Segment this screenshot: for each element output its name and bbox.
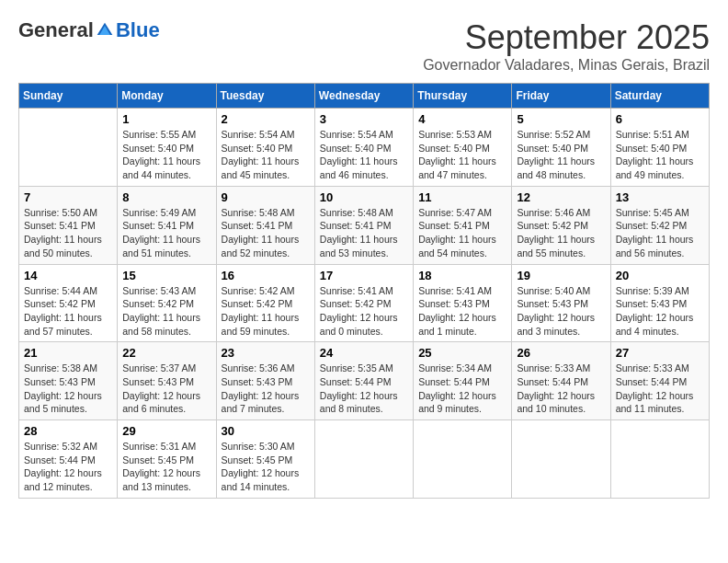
calendar-cell: 12Sunrise: 5:46 AMSunset: 5:42 PMDayligh… (512, 186, 610, 264)
calendar-week-row: 7Sunrise: 5:50 AMSunset: 5:41 PMDaylight… (19, 186, 710, 264)
weekday-header: Saturday (610, 84, 709, 109)
day-number: 23 (222, 346, 310, 360)
calendar-week-row: 28Sunrise: 5:32 AMSunset: 5:44 PMDayligh… (19, 420, 710, 499)
calendar-cell: 20Sunrise: 5:39 AMSunset: 5:43 PMDayligh… (610, 264, 709, 342)
calendar-cell (610, 420, 709, 499)
day-info: Sunrise: 5:30 AMSunset: 5:45 PMDaylight:… (222, 440, 310, 494)
month-title: September 2025 (423, 18, 710, 57)
calendar-cell: 9Sunrise: 5:48 AMSunset: 5:41 PMDaylight… (216, 186, 314, 264)
weekday-header: Tuesday (216, 84, 314, 109)
day-info: Sunrise: 5:31 AMSunset: 5:45 PMDaylight:… (122, 440, 210, 494)
calendar-cell: 22Sunrise: 5:37 AMSunset: 5:43 PMDayligh… (118, 342, 216, 420)
day-info: Sunrise: 5:49 AMSunset: 5:41 PMDaylight:… (122, 206, 210, 260)
day-number: 27 (616, 346, 704, 360)
calendar-cell: 17Sunrise: 5:41 AMSunset: 5:42 PMDayligh… (314, 264, 413, 342)
calendar-cell: 24Sunrise: 5:35 AMSunset: 5:44 PMDayligh… (314, 342, 413, 420)
calendar-cell: 15Sunrise: 5:43 AMSunset: 5:42 PMDayligh… (118, 264, 216, 342)
day-number: 3 (320, 112, 408, 126)
calendar-cell: 29Sunrise: 5:31 AMSunset: 5:45 PMDayligh… (118, 420, 216, 499)
day-number: 8 (122, 190, 210, 204)
weekday-header: Friday (512, 84, 610, 109)
calendar-header-row: SundayMondayTuesdayWednesdayThursdayFrid… (19, 84, 710, 109)
calendar-cell: 13Sunrise: 5:45 AMSunset: 5:42 PMDayligh… (610, 186, 709, 264)
day-number: 15 (122, 269, 210, 282)
calendar-cell: 5Sunrise: 5:52 AMSunset: 5:40 PMDaylight… (512, 109, 610, 187)
day-number: 7 (24, 190, 112, 204)
day-number: 9 (222, 190, 310, 204)
day-info: Sunrise: 5:55 AMSunset: 5:40 PMDaylight:… (122, 128, 210, 182)
day-info: Sunrise: 5:32 AMSunset: 5:44 PMDaylight:… (24, 440, 112, 494)
day-info: Sunrise: 5:35 AMSunset: 5:44 PMDaylight:… (320, 362, 408, 416)
calendar-week-row: 14Sunrise: 5:44 AMSunset: 5:42 PMDayligh… (19, 264, 710, 342)
calendar-cell (512, 420, 610, 499)
day-number: 19 (517, 269, 605, 282)
day-info: Sunrise: 5:44 AMSunset: 5:42 PMDaylight:… (24, 284, 112, 339)
day-number: 30 (222, 424, 310, 438)
day-info: Sunrise: 5:53 AMSunset: 5:40 PMDaylight:… (418, 128, 506, 182)
day-info: Sunrise: 5:45 AMSunset: 5:42 PMDaylight:… (616, 206, 704, 260)
day-info: Sunrise: 5:48 AMSunset: 5:41 PMDaylight:… (320, 206, 408, 260)
calendar-cell: 8Sunrise: 5:49 AMSunset: 5:41 PMDaylight… (118, 186, 216, 264)
logo-icon (96, 21, 114, 40)
day-number: 22 (122, 346, 210, 360)
day-number: 13 (616, 190, 704, 204)
day-info: Sunrise: 5:33 AMSunset: 5:44 PMDaylight:… (616, 362, 704, 416)
logo-general: General (18, 18, 94, 42)
day-info: Sunrise: 5:42 AMSunset: 5:42 PMDaylight:… (222, 284, 310, 339)
weekday-header: Wednesday (314, 84, 413, 109)
calendar-cell: 23Sunrise: 5:36 AMSunset: 5:43 PMDayligh… (216, 342, 314, 420)
day-info: Sunrise: 5:39 AMSunset: 5:43 PMDaylight:… (616, 284, 704, 339)
calendar-cell: 4Sunrise: 5:53 AMSunset: 5:40 PMDaylight… (414, 109, 512, 187)
calendar-cell: 18Sunrise: 5:41 AMSunset: 5:43 PMDayligh… (414, 264, 512, 342)
calendar-cell: 28Sunrise: 5:32 AMSunset: 5:44 PMDayligh… (19, 420, 118, 499)
day-number: 12 (517, 190, 605, 204)
calendar-cell: 27Sunrise: 5:33 AMSunset: 5:44 PMDayligh… (610, 342, 709, 420)
weekday-header: Monday (118, 84, 216, 109)
day-info: Sunrise: 5:41 AMSunset: 5:42 PMDaylight:… (320, 284, 408, 339)
day-number: 2 (222, 112, 310, 126)
day-number: 17 (320, 269, 408, 282)
calendar-cell: 21Sunrise: 5:38 AMSunset: 5:43 PMDayligh… (19, 342, 118, 420)
calendar-week-row: 21Sunrise: 5:38 AMSunset: 5:43 PMDayligh… (19, 342, 710, 420)
day-info: Sunrise: 5:43 AMSunset: 5:42 PMDaylight:… (122, 284, 210, 339)
logo-text: General Blue (18, 18, 160, 42)
day-info: Sunrise: 5:54 AMSunset: 5:40 PMDaylight:… (320, 128, 408, 182)
calendar-cell: 1Sunrise: 5:55 AMSunset: 5:40 PMDaylight… (118, 109, 216, 187)
day-info: Sunrise: 5:48 AMSunset: 5:41 PMDaylight:… (222, 206, 310, 260)
day-info: Sunrise: 5:51 AMSunset: 5:40 PMDaylight:… (616, 128, 704, 182)
day-number: 1 (122, 112, 210, 126)
weekday-header: Sunday (19, 84, 118, 109)
calendar-table: SundayMondayTuesdayWednesdayThursdayFrid… (18, 83, 710, 499)
day-number: 20 (616, 269, 704, 282)
day-number: 29 (122, 424, 210, 438)
calendar-cell (19, 109, 118, 187)
calendar-cell: 16Sunrise: 5:42 AMSunset: 5:42 PMDayligh… (216, 264, 314, 342)
calendar-cell: 6Sunrise: 5:51 AMSunset: 5:40 PMDaylight… (610, 109, 709, 187)
logo: General Blue (18, 18, 160, 42)
calendar-cell: 2Sunrise: 5:54 AMSunset: 5:40 PMDaylight… (216, 109, 314, 187)
day-number: 24 (320, 346, 408, 360)
day-number: 21 (24, 346, 112, 360)
day-number: 18 (418, 269, 506, 282)
calendar-cell: 26Sunrise: 5:33 AMSunset: 5:44 PMDayligh… (512, 342, 610, 420)
day-info: Sunrise: 5:47 AMSunset: 5:41 PMDaylight:… (418, 206, 506, 260)
day-info: Sunrise: 5:37 AMSunset: 5:43 PMDaylight:… (122, 362, 210, 416)
day-number: 11 (418, 190, 506, 204)
day-info: Sunrise: 5:41 AMSunset: 5:43 PMDaylight:… (418, 284, 506, 339)
calendar-cell: 7Sunrise: 5:50 AMSunset: 5:41 PMDaylight… (19, 186, 118, 264)
day-number: 6 (616, 112, 704, 126)
day-info: Sunrise: 5:34 AMSunset: 5:44 PMDaylight:… (418, 362, 506, 416)
calendar-cell: 11Sunrise: 5:47 AMSunset: 5:41 PMDayligh… (414, 186, 512, 264)
day-info: Sunrise: 5:40 AMSunset: 5:43 PMDaylight:… (517, 284, 605, 339)
day-info: Sunrise: 5:33 AMSunset: 5:44 PMDaylight:… (517, 362, 605, 416)
day-info: Sunrise: 5:46 AMSunset: 5:42 PMDaylight:… (517, 206, 605, 260)
day-number: 25 (418, 346, 506, 360)
day-number: 5 (517, 112, 605, 126)
calendar-cell (314, 420, 413, 499)
day-info: Sunrise: 5:52 AMSunset: 5:40 PMDaylight:… (517, 128, 605, 182)
calendar-week-row: 1Sunrise: 5:55 AMSunset: 5:40 PMDaylight… (19, 109, 710, 187)
day-info: Sunrise: 5:36 AMSunset: 5:43 PMDaylight:… (222, 362, 310, 416)
day-number: 26 (517, 346, 605, 360)
calendar-cell: 3Sunrise: 5:54 AMSunset: 5:40 PMDaylight… (314, 109, 413, 187)
logo-blue: Blue (116, 18, 160, 42)
